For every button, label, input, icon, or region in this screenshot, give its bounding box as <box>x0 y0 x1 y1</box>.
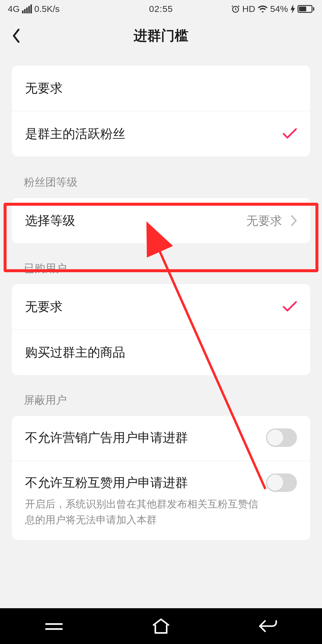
option-active-fan[interactable]: 是群主的活跃粉丝 <box>12 111 310 157</box>
block-mutual-label: 不允许互粉互赞用户申请进群 <box>25 474 188 491</box>
nav-menu-icon[interactable] <box>44 619 64 634</box>
network-type: 4G <box>8 4 20 14</box>
option-purchased-none[interactable]: 无要求 <box>12 284 310 329</box>
nav-home-icon[interactable] <box>151 618 171 634</box>
section-label-blocked: 屏蔽用户 <box>12 375 310 416</box>
signal-icon <box>22 4 32 13</box>
checkmark-icon <box>283 301 297 313</box>
option-label: 无要求 <box>25 298 63 315</box>
block-ads-label: 不允许营销广告用户申请进群 <box>25 429 188 446</box>
block-mutual-desc: 开启后，系统识别出曾在其他群发布相关互粉互赞信息的用户将无法申请加入本群 <box>25 496 297 527</box>
checkmark-icon <box>283 128 297 140</box>
wifi-icon <box>258 4 268 13</box>
nav-back-icon[interactable] <box>258 618 278 634</box>
page-title: 进群门槛 <box>134 27 188 45</box>
option-no-requirement[interactable]: 无要求 <box>12 66 310 111</box>
hd-label: HD <box>242 4 255 14</box>
purchased-card: 无要求 购买过群主的商品 <box>12 284 310 375</box>
battery-percent: 54% <box>270 4 288 14</box>
system-navbar <box>0 608 322 644</box>
basic-card: 无要求 是群主的活跃粉丝 <box>12 66 310 157</box>
fanlevel-card: 选择等级 无要求 <box>12 198 310 243</box>
block-ads-switch[interactable] <box>266 428 297 447</box>
block-ads-row: 不允许营销广告用户申请进群 <box>12 416 310 461</box>
status-bar: 4G 0.5K/s 02:55 HD 54% <box>0 0 322 18</box>
network-speed: 0.5K/s <box>34 4 60 14</box>
alarm-icon <box>231 4 240 13</box>
battery-icon <box>298 5 314 13</box>
status-right: HD 54% <box>231 4 314 14</box>
select-level-row[interactable]: 选择等级 无要求 <box>12 198 310 243</box>
option-purchased-goods[interactable]: 购买过群主的商品 <box>12 329 310 375</box>
select-level-label: 选择等级 <box>25 212 75 229</box>
app-header: 进群门槛 <box>0 18 322 54</box>
option-label: 无要求 <box>25 80 63 97</box>
section-label-purchased: 已购用户 <box>12 243 310 284</box>
block-mutual-row: 不允许互粉互赞用户申请进群 开启后，系统识别出曾在其他群发布相关互粉互赞信息的用… <box>12 461 310 540</box>
select-level-value: 无要求 <box>246 213 282 229</box>
block-mutual-switch[interactable] <box>266 473 297 492</box>
charging-icon <box>290 4 295 13</box>
status-left: 4G 0.5K/s <box>8 4 60 14</box>
chevron-right-icon <box>290 215 297 226</box>
section-label-fanlevel: 粉丝团等级 <box>12 175 310 198</box>
blocked-card: 不允许营销广告用户申请进群 不允许互粉互赞用户申请进群 开启后，系统识别出曾在其… <box>12 416 310 540</box>
option-label: 是群主的活跃粉丝 <box>25 126 125 142</box>
status-time: 02:55 <box>149 4 173 14</box>
back-button[interactable] <box>12 28 21 43</box>
content: 无要求 是群主的活跃粉丝 粉丝团等级 选择等级 无要求 已购用户 无要求 <box>0 54 322 540</box>
option-label: 购买过群主的商品 <box>25 344 125 361</box>
